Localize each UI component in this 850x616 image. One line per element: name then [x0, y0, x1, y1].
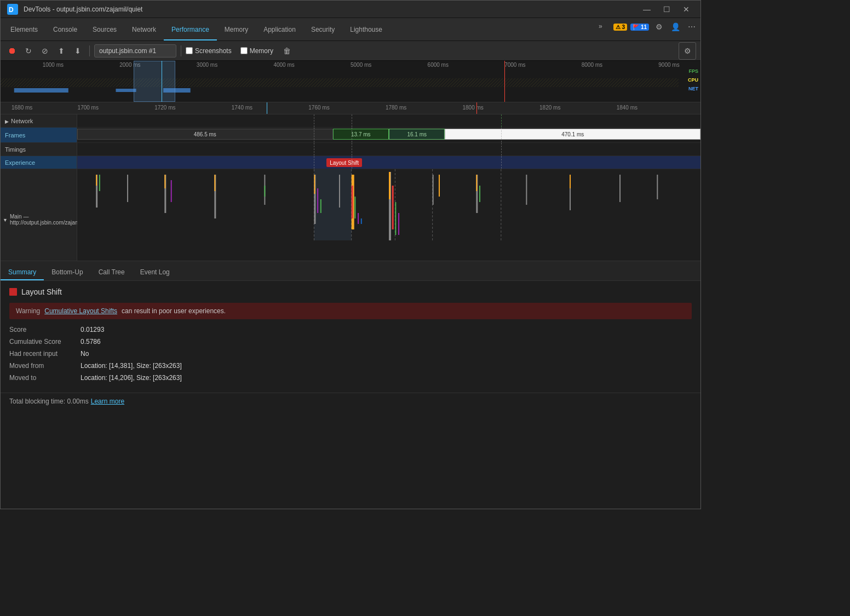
tab-event-log[interactable]: Event Log	[133, 265, 177, 280]
dashed-line-3	[501, 114, 502, 127]
errors-badge: 🚩 11	[630, 24, 649, 31]
svg-rect-24	[14, 88, 68, 93]
tab-bottom-up[interactable]: Bottom-Up	[44, 265, 90, 280]
net-area	[1, 87, 679, 95]
timings-row: Timings	[1, 143, 700, 156]
tab-console[interactable]: Console	[45, 20, 85, 41]
maximize-button[interactable]: ☐	[659, 2, 674, 17]
fps-bar-area	[1, 61, 700, 70]
main-content	[77, 169, 700, 240]
tab-security[interactable]: Security	[303, 20, 342, 41]
cpu-area	[1, 78, 679, 87]
reload-button[interactable]: ↻	[21, 44, 36, 58]
upload-button[interactable]: ⬆	[54, 44, 68, 58]
overview-selection[interactable]	[134, 61, 176, 102]
svg-rect-59	[433, 175, 434, 205]
warnings-badge: ⚠ 3	[613, 24, 627, 31]
svg-rect-46	[317, 188, 318, 213]
svg-rect-43	[264, 186, 265, 197]
summary-content: Layout Shift Warning Cumulative Layout S…	[1, 281, 700, 393]
more-options-icon[interactable]: ⋯	[685, 20, 698, 33]
settings-toolbar-button[interactable]: ⚙	[679, 42, 696, 60]
moved-to-row: Moved to Location: [14,206], Size: [263x…	[9, 374, 692, 382]
screenshots-checkbox[interactable]	[186, 47, 193, 54]
layout-shift-badge[interactable]: Layout Shift	[326, 158, 362, 167]
main-expand-icon[interactable]	[3, 216, 8, 223]
warning-text: can result in poor user experiences.	[122, 307, 226, 315]
frame-4[interactable]: 470.1 ms	[445, 129, 700, 140]
svg-text:D: D	[9, 6, 14, 14]
learn-more-link[interactable]: Learn more	[91, 398, 124, 405]
tick-1820: 1820 ms	[539, 105, 560, 111]
warning-bar: Warning Cumulative Layout Shifts can res…	[9, 303, 692, 319]
minimize-button[interactable]: —	[639, 2, 654, 17]
cumulative-score-label: Cumulative Score	[9, 338, 81, 346]
tab-application[interactable]: Application	[256, 20, 303, 41]
frame-3[interactable]: 16.1 ms	[389, 129, 445, 140]
cumulative-layout-shifts-link[interactable]: Cumulative Layout Shifts	[44, 307, 117, 315]
window-controls[interactable]: — ☐ ✕	[639, 2, 694, 17]
clear-button[interactable]: ⊘	[38, 44, 52, 58]
frame-1-label: 486.5 ms	[194, 131, 216, 137]
experience-label: Experience	[1, 156, 77, 169]
memory-checkbox[interactable]	[240, 47, 248, 54]
overview-cursor	[162, 61, 162, 102]
frame-1[interactable]: 486.5 ms	[77, 129, 333, 140]
tick-1760: 1760 ms	[308, 105, 329, 111]
memory-label[interactable]: Memory	[250, 47, 273, 55]
moved-from-value: Location: [14,381], Size: [263x263]	[81, 362, 182, 370]
network-content	[77, 114, 700, 127]
tab-performance[interactable]: Performance	[164, 20, 217, 41]
score-row: Score 0.01293	[9, 326, 692, 333]
svg-rect-56	[392, 186, 394, 229]
timeline-cursor	[267, 102, 267, 114]
svg-rect-38	[164, 175, 165, 188]
tab-summary[interactable]: Summary	[1, 265, 44, 280]
main-label: Main — http://output.jsbin.com/zajamil/q…	[1, 169, 77, 261]
separator-2	[181, 45, 181, 56]
tab-lighthouse[interactable]: Lighthouse	[342, 20, 390, 41]
tab-elements[interactable]: Elements	[3, 20, 45, 41]
timings-label: Timings	[1, 143, 77, 156]
dashed-line-1	[314, 114, 314, 127]
experience-content: Layout Shift	[77, 156, 700, 169]
svg-rect-45	[314, 175, 315, 194]
record-button[interactable]: ⏺	[5, 44, 19, 58]
svg-rect-23	[1, 78, 679, 87]
network-row: Network	[1, 114, 700, 128]
frame-dashed-1	[314, 128, 314, 142]
svg-rect-39	[171, 180, 172, 202]
layout-shift-color-icon	[9, 288, 17, 296]
target-select[interactable]: output.jsbin.com #1	[94, 44, 176, 57]
tab-bar-right: » ⚠ 3 🚩 11 ⚙ 👤 ⋯	[591, 16, 698, 41]
tab-more[interactable]: »	[591, 16, 610, 37]
tick-1680: 1680 ms	[12, 105, 32, 111]
window-title: DevTools - output.jsbin.com/zajamil/quie…	[24, 5, 142, 13]
svg-rect-51	[354, 197, 355, 218]
svg-rect-57	[395, 202, 396, 235]
timeline-section: 1680 ms 1700 ms 1720 ms 1740 ms 1760 ms …	[1, 102, 700, 261]
download-button[interactable]: ⬇	[71, 44, 85, 58]
svg-rect-53	[361, 218, 362, 224]
summary-title: Layout Shift	[9, 287, 692, 296]
fps-overview: 1000 ms 2000 ms 3000 ms 4000 ms 5000 ms …	[1, 61, 700, 102]
tick-1840: 1840 ms	[617, 105, 638, 111]
close-button[interactable]: ✕	[679, 2, 694, 17]
moved-from-label: Moved from	[9, 362, 81, 370]
title-bar: D DevTools - output.jsbin.com/zajamil/qu…	[1, 1, 700, 18]
experience-row: Experience Layout Shift	[1, 156, 700, 169]
screenshots-label[interactable]: Screenshots	[195, 47, 232, 55]
footer-text: Total blocking time: 0.00ms	[9, 398, 89, 405]
tab-sources[interactable]: Sources	[85, 20, 124, 41]
network-expand-icon[interactable]	[5, 118, 9, 124]
trash-button[interactable]: 🗑	[280, 44, 294, 58]
moved-to-value: Location: [14,206], Size: [263x263]	[81, 374, 182, 382]
dock-icon[interactable]: 👤	[669, 20, 682, 33]
frame-2[interactable]: 13.7 ms	[333, 129, 389, 140]
tab-memory[interactable]: Memory	[217, 20, 256, 41]
tab-call-tree[interactable]: Call Tree	[91, 265, 133, 280]
bottom-tabs: Summary Bottom-Up Call Tree Event Log	[1, 261, 700, 281]
frame-dashed-3	[501, 128, 502, 142]
settings-icon[interactable]: ⚙	[652, 20, 665, 33]
tab-network[interactable]: Network	[124, 20, 164, 41]
